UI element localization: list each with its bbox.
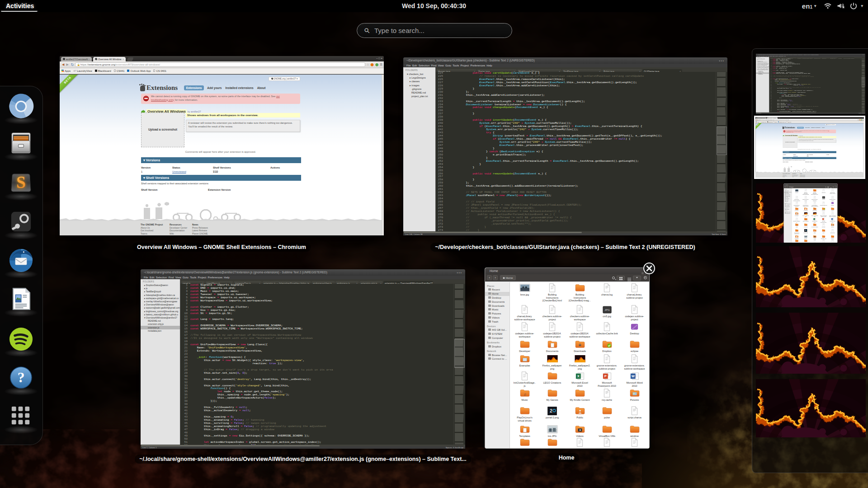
svg-text:W: W bbox=[631, 374, 635, 378]
svg-text:S: S bbox=[16, 173, 26, 192]
svg-text:P: P bbox=[604, 374, 606, 378]
svg-text:X: X bbox=[814, 218, 815, 220]
svg-text:W: W bbox=[831, 218, 833, 220]
svg-text:JPG: JPG bbox=[822, 197, 824, 197]
svg-text:2: 2 bbox=[805, 230, 806, 231]
svg-text:2: 2 bbox=[550, 408, 552, 413]
svg-text:JPG: JPG bbox=[604, 309, 610, 311]
svg-text:P: P bbox=[822, 218, 823, 220]
svg-text:?: ? bbox=[18, 370, 25, 385]
svg-text:♫: ♫ bbox=[796, 225, 797, 226]
svg-text:X: X bbox=[577, 374, 579, 378]
svg-text:♫: ♫ bbox=[523, 392, 526, 396]
